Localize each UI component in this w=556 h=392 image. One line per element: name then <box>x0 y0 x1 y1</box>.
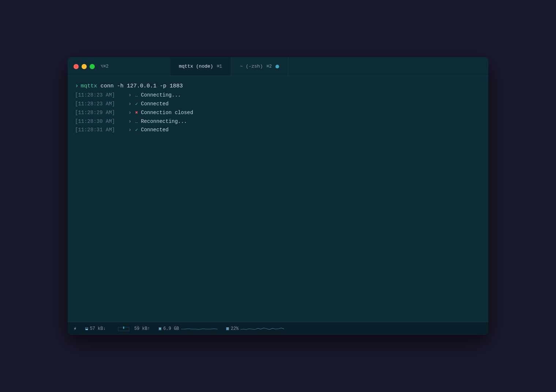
log-timestamp-1: [11:28:23 AM] <box>75 91 126 100</box>
maximize-button[interactable] <box>90 64 95 69</box>
log-timestamp-3: [11:28:29 AM] <box>75 109 126 117</box>
log-timestamp-4: [11:28:30 AM] <box>75 117 126 126</box>
prompt-arrow: › <box>75 81 79 91</box>
memory-icon: ▣ <box>159 326 161 331</box>
status-left-icon: ⚡ <box>74 325 76 332</box>
terminal-window: ⌥⌘2 mqttx (node) ⌘1 ~ (-zsh) ⌘2 › mqttx … <box>68 57 488 335</box>
tab-active-dot <box>275 65 279 68</box>
tab-mqttx-node[interactable]: mqttx (node) ⌘1 <box>170 57 231 76</box>
log-icon-check-2: ✓ <box>135 126 138 134</box>
log-icon-check-1: ✓ <box>135 100 138 108</box>
status-network-down: ⬓ 57 kB↓ <box>85 326 105 331</box>
network-up-label: 59 kB↑ <box>134 326 150 331</box>
command-name: mqttx <box>81 83 97 89</box>
log-icon-cross: ✖ <box>135 109 138 117</box>
memory-graph-svg <box>181 326 218 331</box>
tab-zsh-shortcut: ⌘2 <box>266 64 271 69</box>
log-timestamp-5: [11:28:31 AM] <box>75 126 126 135</box>
log-message-1: Connecting... <box>141 91 181 100</box>
log-arrow-3: › <box>128 109 131 117</box>
status-cpu: ▦ 22% <box>226 326 285 331</box>
status-upload-graph: 59 kB↑ <box>114 326 150 332</box>
status-memory: ▣ 6.9 GB <box>159 326 217 331</box>
log-icon-dots-1: … <box>135 91 138 99</box>
log-line-reconnecting: [11:28:30 AM] › … Reconnecting... <box>75 117 481 126</box>
network-down-icon: ⬓ <box>85 326 88 331</box>
cpu-graph-svg <box>240 326 284 331</box>
memory-label: 6.9 GB <box>163 326 179 331</box>
log-message-3: Connection closed <box>141 109 193 117</box>
left-shortcut-label: ⌥⌘2 <box>101 64 109 69</box>
log-line-connecting: [11:28:23 AM] › … Connecting... <box>75 91 481 100</box>
log-line-closed: [11:28:29 AM] › ✖ Connection closed <box>75 109 481 117</box>
log-line-connected-1: [11:28:23 AM] › ✓ Connected <box>75 100 481 109</box>
tab-zsh-label: ~ (-zsh) <box>240 64 263 69</box>
tab-mqttx-label: mqttx (node) <box>179 64 213 69</box>
cpu-label: 22% <box>231 326 239 331</box>
titlebar-left: ⌥⌘2 <box>68 64 170 69</box>
command-line: › mqttx conn -h 127.0.0.1 -p 1883 <box>75 81 481 91</box>
terminal-body[interactable]: › mqttx conn -h 127.0.0.1 -p 1883 [11:28… <box>68 76 488 322</box>
log-arrow-5: › <box>128 126 131 135</box>
network-down-label: 57 kB↓ <box>90 326 106 331</box>
tab-zsh[interactable]: ~ (-zsh) ⌘2 <box>231 57 288 76</box>
cpu-icon: ▦ <box>226 326 229 331</box>
log-message-4: Reconnecting... <box>141 117 187 126</box>
upload-graph-svg <box>114 326 133 332</box>
titlebar: ⌥⌘2 mqttx (node) ⌘1 ~ (-zsh) ⌘2 <box>68 57 488 76</box>
log-arrow-2: › <box>128 100 131 109</box>
log-arrow-1: › <box>128 91 131 100</box>
log-message-5: Connected <box>141 126 169 135</box>
log-line-connected-2: [11:28:31 AM] › ✓ Connected <box>75 126 481 135</box>
close-button[interactable] <box>74 64 79 69</box>
command-text: mqttx conn -h 127.0.0.1 -p 1883 <box>81 82 183 91</box>
minimize-button[interactable] <box>82 64 87 69</box>
titlebar-tabs: mqttx (node) ⌘1 ~ (-zsh) ⌘2 <box>170 57 488 76</box>
log-message-2: Connected <box>141 100 169 109</box>
statusbar: ⚡ ⬓ 57 kB↓ 59 kB↑ ▣ 6.9 GB ▦ 22% <box>68 322 488 335</box>
log-arrow-4: › <box>128 117 131 126</box>
tab-mqttx-shortcut: ⌘1 <box>217 64 222 69</box>
log-icon-dots-2: … <box>135 118 138 126</box>
log-timestamp-2: [11:28:23 AM] <box>75 100 126 109</box>
command-args: conn -h 127.0.0.1 -p 1883 <box>101 83 183 89</box>
